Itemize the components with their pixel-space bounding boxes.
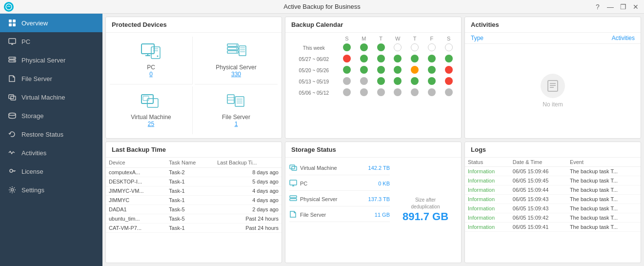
- sidebar-item-pc[interactable]: PC: [0, 32, 102, 51]
- sidebar-item-restore-status[interactable]: Restore Status: [0, 125, 102, 143]
- svg-point-29: [236, 52, 237, 53]
- svg-point-28: [236, 48, 237, 49]
- svg-rect-17: [141, 44, 154, 54]
- close-button[interactable]: ✕: [631, 2, 640, 11]
- dot-1-3: [394, 55, 402, 62]
- file-icon: [8, 74, 17, 83]
- device-physical-server[interactable]: Physical Server 330: [195, 37, 278, 84]
- cal-day-s1: S: [339, 35, 356, 42]
- svg-rect-12: [9, 95, 14, 99]
- dot-1-2: [377, 55, 385, 62]
- activities-header: Type Activities: [465, 33, 641, 44]
- dot-0-4: [411, 43, 419, 51]
- app-title: Active Backup for Business: [283, 3, 361, 10]
- backup-row[interactable]: CAT-VM-P7... Task-1 Past 24 hours: [106, 223, 282, 232]
- pc-icon: [141, 43, 162, 62]
- device-server-count[interactable]: 330: [231, 71, 241, 78]
- svg-point-23: [157, 56, 158, 57]
- content-area: Protected Devices: [102, 14, 644, 266]
- backup-task: Task-5: [166, 214, 214, 223]
- log-row[interactable]: Information 06/05 15:09:43 The backup ta…: [465, 204, 641, 213]
- protected-devices-content: PC 0: [106, 33, 282, 138]
- svg-rect-30: [239, 46, 246, 56]
- log-col-event: Event: [567, 158, 641, 167]
- server-icon: [8, 56, 17, 64]
- dot-4-2: [377, 88, 385, 96]
- svg-rect-13: [11, 96, 16, 100]
- device-pc[interactable]: PC 0: [110, 37, 193, 84]
- device-virtual-machine[interactable]: Virtual Machine 25: [110, 86, 193, 134]
- svg-rect-51: [290, 196, 297, 198]
- dot-3-6: [445, 77, 453, 85]
- help-button[interactable]: ?: [593, 2, 602, 11]
- sidebar-item-overview[interactable]: Overview: [0, 14, 102, 32]
- dot-2-1: [360, 66, 368, 74]
- sidebar-item-physical-server[interactable]: Physical Server: [0, 51, 102, 69]
- cal-day-t2: T: [406, 35, 423, 42]
- svg-point-16: [11, 189, 14, 191]
- log-row[interactable]: Information 06/05 15:09:44 The backup ta…: [465, 185, 641, 194]
- backup-row[interactable]: DADA1 Task-5 2 days ago: [106, 205, 282, 214]
- backup-row[interactable]: JIMMYC-VM... Task-1 4 days ago: [106, 186, 282, 195]
- backup-calendar-content: S M T W T F S This week: [285, 33, 461, 138]
- backup-row[interactable]: JIMMYC Task-1 4 days ago: [106, 195, 282, 205]
- log-status: Information: [465, 176, 510, 185]
- backup-row[interactable]: ubuntu_tim... Task-5 Past 24 hours: [106, 214, 282, 223]
- sidebar-item-storage[interactable]: Storage: [0, 106, 102, 125]
- sidebar-item-file-server[interactable]: File Server: [0, 69, 102, 88]
- log-row[interactable]: Information 06/05 15:09:43 The backup ta…: [465, 194, 641, 204]
- storage-status-title: Storage Status: [285, 142, 461, 158]
- dot-0-0: [343, 43, 351, 51]
- protected-devices-title: Protected Devices: [106, 17, 282, 33]
- backup-calendar-title: Backup Calendar: [285, 17, 461, 33]
- cal-day-m: M: [355, 35, 372, 42]
- device-file-server[interactable]: File Server 1: [195, 86, 278, 134]
- svg-point-0: [6, 4, 12, 10]
- storage-icon: [8, 111, 17, 120]
- dot-2-6: [445, 66, 453, 74]
- dot-2-5: [428, 66, 436, 74]
- storage-list: Virtual Machine 142.2 TB PC 0 KB Physica…: [289, 162, 390, 259]
- sidebar-label-storage: Storage: [21, 112, 44, 120]
- log-row[interactable]: Information 06/05 15:09:42 The backup ta…: [465, 213, 641, 222]
- svg-rect-1: [9, 20, 12, 22]
- sidebar-item-license[interactable]: License: [0, 162, 102, 181]
- backup-device: JIMMYC-VM...: [106, 186, 166, 195]
- log-row[interactable]: Information 06/05 15:09:41 The backup ta…: [465, 222, 641, 231]
- cal-label-0527: 05/27 ~ 06/02: [289, 54, 339, 65]
- svg-point-10: [14, 58, 15, 59]
- col-task: Task Name: [166, 158, 214, 168]
- backup-row[interactable]: computexA... Task-2 8 days ago: [106, 167, 282, 177]
- sidebar-item-settings[interactable]: Settings: [0, 181, 102, 199]
- log-datetime: 06/05 15:09:46: [510, 166, 567, 176]
- storage-item-name: Virtual Machine: [300, 165, 365, 171]
- activity-icon: [8, 148, 17, 157]
- device-pc-count[interactable]: 0: [149, 71, 153, 78]
- device-fs-count[interactable]: 1: [235, 121, 238, 127]
- sidebar-item-activities[interactable]: Activities: [0, 143, 102, 162]
- svg-point-14: [9, 113, 16, 116]
- sidebar-label-file-server: File Server: [21, 75, 52, 82]
- last-backup-panel: Last Backup Time Device Task Name Last B…: [105, 142, 282, 264]
- storage-item: PC 0 KB: [289, 177, 390, 191]
- storage-status-content: Virtual Machine 142.2 TB PC 0 KB Physica…: [285, 158, 461, 263]
- sidebar-item-virtual-machine[interactable]: Virtual Machine: [0, 88, 102, 106]
- device-vm-count[interactable]: 25: [148, 121, 154, 127]
- storage-item: Virtual Machine 142.2 TB: [289, 162, 390, 175]
- panels-grid: Protected Devices: [102, 14, 644, 266]
- backup-device: JIMMYC: [106, 195, 166, 205]
- gear-icon: [8, 185, 17, 194]
- log-row[interactable]: Information 06/05 15:09:46 The backup ta…: [465, 166, 641, 176]
- backup-row[interactable]: DESKTOP-I... Task-1 5 days ago: [106, 177, 282, 186]
- log-datetime: 06/05 15:09:42: [510, 213, 567, 222]
- backup-task: Task-1: [166, 223, 214, 232]
- log-row[interactable]: Information 06/05 15:09:45 The backup ta…: [465, 176, 641, 185]
- log-event: The backup task T...: [567, 194, 641, 204]
- storage-item-size: 0 KB: [378, 181, 390, 186]
- backup-device: ubuntu_tim...: [106, 214, 166, 223]
- backup-device: CAT-VM-P7...: [106, 223, 166, 232]
- storage-item-icon: [289, 179, 297, 188]
- maximize-button[interactable]: ❐: [619, 2, 627, 11]
- minimize-button[interactable]: —: [606, 2, 615, 11]
- sidebar-label-license: License: [21, 168, 43, 175]
